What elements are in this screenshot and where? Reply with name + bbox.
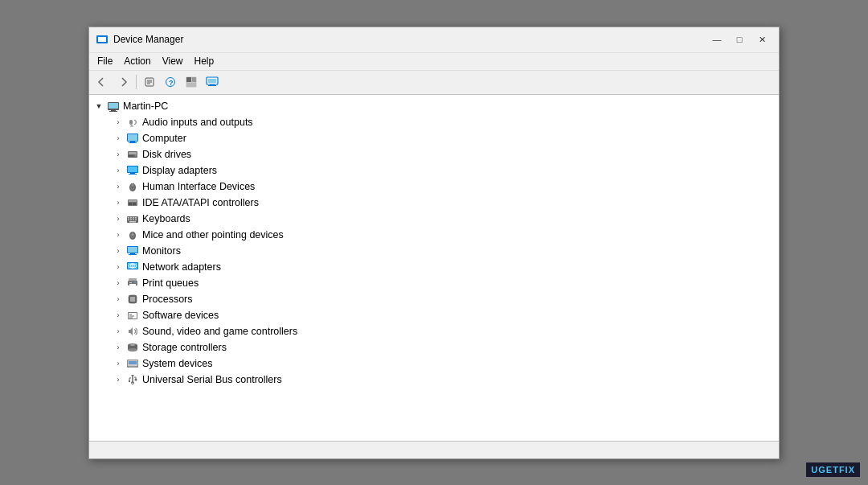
display-icon <box>126 164 139 177</box>
tree-item-usb[interactable]: › Universal Serial Bus controllers <box>89 372 779 388</box>
mice-icon <box>126 228 139 241</box>
tree-item-print[interactable]: › Print queues <box>89 275 779 291</box>
svg-rect-100 <box>131 366 134 368</box>
tree-item-disk[interactable]: › Disk drives <box>89 146 779 162</box>
svg-rect-51 <box>130 219 132 220</box>
processors-icon <box>126 293 139 306</box>
svg-rect-46 <box>128 217 129 219</box>
back-button[interactable] <box>92 73 112 91</box>
system-icon <box>126 357 139 370</box>
tree-item-sound[interactable]: › Sound, video and game controllers <box>89 323 779 339</box>
device-tree[interactable]: ▼ Martin-PC › <box>89 95 779 441</box>
menu-action[interactable]: Action <box>119 54 155 68</box>
tree-item-storage[interactable]: › Storage controllers <box>89 339 779 356</box>
help-icon-button[interactable]: ? <box>161 73 180 91</box>
tree-item-audio[interactable]: › Audio inputs and outputs <box>89 114 779 130</box>
tree-item-software[interactable]: › Software devices <box>89 307 779 323</box>
device-view-button[interactable] <box>203 73 222 91</box>
svg-rect-42 <box>129 200 137 202</box>
menu-view[interactable]: View <box>158 54 188 68</box>
keyboard-icon <box>126 212 139 225</box>
keyboard-label: Keyboards <box>142 213 190 224</box>
audio-label: Audio inputs and outputs <box>142 117 253 128</box>
svg-rect-18 <box>108 103 118 109</box>
tree-item-system[interactable]: › System devices <box>89 356 779 372</box>
svg-point-30 <box>135 154 137 156</box>
monitors-label: Monitors <box>142 245 181 257</box>
computer-expand-icon: › <box>112 132 125 145</box>
title-bar: Device Manager — □ ✕ <box>89 27 779 53</box>
tree-item-monitors[interactable]: › Monitors <box>89 243 779 259</box>
tree-item-network[interactable]: › Network adapters <box>89 259 779 275</box>
window-controls: — □ ✕ <box>706 31 772 47</box>
svg-rect-52 <box>133 219 134 220</box>
status-bar <box>89 441 779 458</box>
maximize-button[interactable]: □ <box>729 31 750 47</box>
tree-root-item[interactable]: ▼ Martin-PC <box>89 98 779 114</box>
keyboard-expand-icon: › <box>112 212 125 225</box>
toolbar-separator-1 <box>136 75 137 89</box>
root-expand-icon: ▼ <box>92 100 105 113</box>
tree-item-hid[interactable]: › Human Interface Devices <box>89 179 779 195</box>
minimize-button[interactable]: — <box>706 31 727 47</box>
tree-item-keyboard[interactable]: › Keyboards <box>89 211 779 227</box>
forward-button[interactable] <box>113 73 133 91</box>
svg-rect-43 <box>129 203 132 205</box>
list-button[interactable] <box>182 73 201 91</box>
print-label: Print queues <box>142 277 199 289</box>
svg-rect-98 <box>129 361 137 364</box>
svg-rect-11 <box>192 77 196 82</box>
svg-point-72 <box>134 282 136 283</box>
tree-item-ide[interactable]: › IDE ATA/ATAPI controllers <box>89 195 779 211</box>
svg-rect-31 <box>129 155 133 157</box>
tree-item-computer[interactable]: › Computer <box>89 130 779 146</box>
device-manager-window: Device Manager — □ ✕ File Action View He… <box>88 27 780 459</box>
software-icon <box>126 309 139 322</box>
svg-rect-2 <box>100 43 104 43</box>
menu-file[interactable]: File <box>92 54 117 68</box>
sound-label: Sound, video and game controllers <box>142 326 297 337</box>
svg-rect-12 <box>186 83 196 87</box>
svg-rect-10 <box>186 77 191 82</box>
print-icon <box>126 277 139 290</box>
svg-text:?: ? <box>169 79 174 87</box>
svg-rect-47 <box>130 217 132 219</box>
svg-rect-21 <box>129 120 133 125</box>
menu-help[interactable]: Help <box>190 54 219 68</box>
disk-icon <box>126 148 139 161</box>
svg-rect-14 <box>208 79 216 83</box>
network-icon <box>126 261 139 273</box>
sound-expand-icon: › <box>112 325 125 338</box>
properties-button[interactable] <box>140 73 159 91</box>
tree-item-display[interactable]: › Display adapters <box>89 162 779 179</box>
svg-rect-19 <box>111 110 116 111</box>
svg-rect-1 <box>98 37 106 42</box>
svg-rect-62 <box>129 254 137 255</box>
svg-rect-48 <box>133 217 134 219</box>
svg-rect-58 <box>132 234 133 236</box>
close-button[interactable]: ✕ <box>751 31 772 47</box>
svg-rect-54 <box>129 221 136 223</box>
monitors-expand-icon: › <box>112 245 125 257</box>
svg-rect-74 <box>130 297 135 302</box>
software-label: Software devices <box>142 310 219 321</box>
system-label: System devices <box>142 358 213 369</box>
computer-label: Computer <box>142 133 186 144</box>
hid-label: Human Interface Devices <box>142 181 255 192</box>
usb-label: Universal Serial Bus controllers <box>142 374 282 385</box>
ide-label: IDE ATA/ATAPI controllers <box>142 197 259 208</box>
svg-rect-26 <box>130 142 135 142</box>
svg-rect-50 <box>128 219 129 220</box>
svg-rect-44 <box>133 203 136 205</box>
processors-expand-icon: › <box>112 293 125 306</box>
storage-label: Storage controllers <box>142 342 227 353</box>
tree-item-processors[interactable]: › Proces <box>89 291 779 307</box>
tree-item-mice[interactable]: › Mice and other pointing devices <box>89 227 779 243</box>
svg-rect-27 <box>129 142 137 143</box>
svg-rect-20 <box>109 111 117 112</box>
svg-rect-16 <box>208 85 216 86</box>
svg-point-95 <box>130 344 135 346</box>
svg-rect-33 <box>128 166 137 172</box>
system-expand-icon: › <box>112 357 125 370</box>
audio-icon <box>126 116 139 129</box>
